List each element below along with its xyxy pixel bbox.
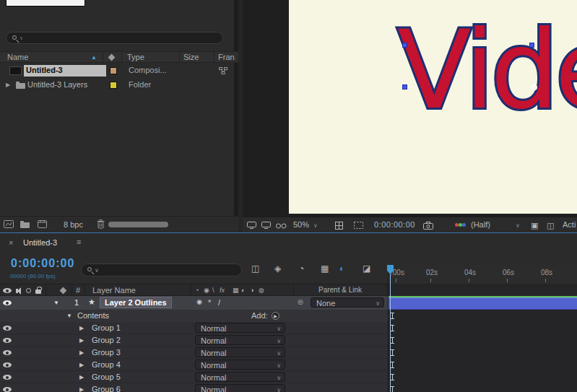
expand-icon[interactable]: ▶	[6, 82, 10, 88]
new-folder-icon[interactable]	[20, 222, 30, 228]
color-depth-button[interactable]: 8 bpc	[64, 220, 83, 229]
eye-icon[interactable]	[3, 300, 12, 305]
project-item-composition[interactable]: Untitled-3 Composi...	[0, 64, 238, 78]
column-frame[interactable]: Fran	[218, 53, 235, 61]
group-row[interactable]: ▶ Group 1 Normal ∨	[0, 322, 388, 334]
selection-handle[interactable]	[402, 43, 407, 48]
frame-blending-icon[interactable]: ▦	[321, 263, 329, 274]
eye-icon[interactable]	[3, 387, 12, 392]
column-name[interactable]: Name	[7, 53, 28, 61]
group-label[interactable]: Group 2	[92, 336, 121, 344]
effects-switch-icon[interactable]: fx	[220, 287, 225, 294]
current-time-indicator-line[interactable]	[390, 265, 391, 392]
group-label[interactable]: Group 1	[92, 323, 121, 332]
layer-switch-icon[interactable]: *	[208, 298, 211, 307]
graph-editor-icon[interactable]: ◪	[363, 263, 370, 274]
add-property-button[interactable]: ▶	[272, 312, 279, 320]
blend-mode-dropdown[interactable]: Normal ∨	[195, 347, 285, 357]
main-viewer-icon[interactable]	[261, 222, 271, 229]
blend-mode-dropdown[interactable]: Normal ∨	[195, 360, 285, 370]
horizontal-scrollbar[interactable]	[108, 222, 168, 227]
three-d-switch-icon[interactable]: ◍	[259, 287, 264, 294]
layer-switch-icon[interactable]: ◉	[196, 298, 202, 305]
chevron-down-icon[interactable]: ∨	[516, 222, 520, 229]
layer-row[interactable]: ▼ 1 ★ Layer 2 Outlines ◉ * / ◎ None ∨	[0, 296, 388, 310]
column-size[interactable]: Size	[183, 53, 199, 61]
view-layout-dropdown[interactable]: Acti	[563, 220, 576, 229]
eye-icon[interactable]	[3, 338, 12, 343]
group-label[interactable]: Group 6	[92, 385, 121, 392]
contents-row[interactable]: ▼ Contents Add: ▶	[0, 310, 388, 322]
video-column-eye-icon[interactable]	[3, 288, 12, 293]
frame-blend-switch-icon[interactable]: ▦	[233, 287, 239, 294]
layer-name[interactable]: Layer 2 Outlines	[100, 297, 172, 308]
group-row[interactable]: ▶ Group 6 Normal ∨	[0, 383, 388, 392]
expand-layer-icon[interactable]: ▼	[53, 300, 59, 306]
adjustment-switch-icon[interactable]: ◑	[250, 287, 253, 294]
quality-switch[interactable]: /	[218, 298, 220, 307]
always-preview-icon[interactable]	[247, 222, 256, 229]
timeline-tab-title[interactable]: Untitled-3	[23, 238, 57, 247]
item-name[interactable]: Untitled-3 Layers	[27, 80, 87, 89]
expand-group-icon[interactable]: ▶	[79, 337, 84, 344]
timeline-graph-area[interactable]	[388, 284, 577, 392]
time-ruler[interactable]: :00s 02s 04s 06s 08s	[388, 265, 577, 284]
motion-blur-switch-icon[interactable]: ◐	[241, 287, 245, 294]
eye-icon[interactable]	[3, 350, 12, 355]
blend-mode-dropdown[interactable]: Normal ∨	[195, 372, 285, 382]
lock-column-icon[interactable]	[35, 289, 41, 294]
selection-handle[interactable]	[529, 43, 534, 48]
column-layer-name[interactable]: Layer Name	[92, 286, 136, 295]
current-time-display[interactable]: 0:00:00:00	[11, 257, 74, 270]
column-parent-link[interactable]: Parent & Link	[293, 284, 387, 296]
parent-pick-whip-icon[interactable]: ◎	[298, 298, 303, 305]
composition-viewport[interactable]: Vide	[289, 0, 577, 214]
composition-mini-flowchart-icon[interactable]: ◫	[251, 263, 259, 274]
group-row[interactable]: ▶ Group 2 Normal ∨	[0, 334, 388, 347]
group-row[interactable]: ▶ Group 5 Normal ∨	[0, 371, 388, 383]
contents-label[interactable]: Contents	[77, 311, 109, 320]
draft-3d-icon[interactable]: ◈	[274, 263, 281, 274]
selection-handle[interactable]	[402, 84, 407, 90]
label-column-icon[interactable]	[60, 287, 67, 295]
item-name[interactable]: Untitled-3	[24, 65, 106, 77]
layer-duration-bar[interactable]	[389, 297, 577, 310]
preview-timecode[interactable]: 0:00:00:00	[374, 220, 415, 229]
expand-group-icon[interactable]: ▶	[79, 374, 84, 380]
label-column-icon[interactable]	[108, 54, 116, 61]
eye-icon[interactable]	[3, 375, 12, 380]
region-of-interest-icon[interactable]	[354, 222, 363, 229]
project-search-box[interactable]: ∨	[6, 32, 223, 44]
zoom-level-dropdown[interactable]: 50%	[293, 220, 309, 229]
group-label[interactable]: Group 5	[92, 373, 121, 381]
new-composition-icon[interactable]	[38, 220, 47, 228]
audio-column-speaker-icon[interactable]	[16, 289, 18, 293]
chevron-down-icon[interactable]: ∨	[313, 222, 318, 229]
quality-switch-icon[interactable]: \	[212, 287, 214, 294]
close-icon[interactable]: ×	[9, 238, 13, 247]
show-channel-icon[interactable]	[455, 223, 467, 227]
expand-group-icon[interactable]: ▶	[79, 362, 84, 368]
collapse-contents-icon[interactable]: ▼	[66, 313, 72, 319]
anchor-point[interactable]	[532, 84, 537, 90]
expand-group-icon[interactable]: ▶	[79, 325, 84, 331]
project-item-folder[interactable]: ▶ Untitled-3 Layers Folder	[0, 79, 238, 92]
trash-icon[interactable]	[97, 219, 105, 229]
expand-group-icon[interactable]: ▶	[79, 386, 84, 392]
parent-dropdown[interactable]: None ∨	[311, 297, 384, 308]
group-row[interactable]: ▶ Group 4 Normal ∨	[0, 359, 388, 371]
panel-menu-icon[interactable]: ≡	[77, 238, 81, 246]
interpret-footage-icon[interactable]	[4, 220, 14, 228]
motion-blur-icon[interactable]: ◐	[339, 263, 344, 274]
collapse-switch-icon[interactable]: ◉	[204, 287, 209, 294]
shy-switch-icon[interactable]: ◔	[195, 287, 199, 294]
timeline-search-box[interactable]: ∨	[81, 263, 242, 276]
solo-column-icon[interactable]	[26, 288, 31, 293]
grid-options-icon[interactable]	[335, 222, 343, 230]
hide-shy-layers-icon[interactable]: ◔	[299, 263, 304, 274]
group-label[interactable]: Group 3	[92, 348, 121, 357]
column-number[interactable]: #	[76, 286, 80, 295]
eye-icon[interactable]	[3, 326, 12, 331]
snapshot-camera-icon[interactable]	[423, 222, 433, 230]
blend-mode-dropdown[interactable]: Normal ∨	[195, 384, 285, 392]
